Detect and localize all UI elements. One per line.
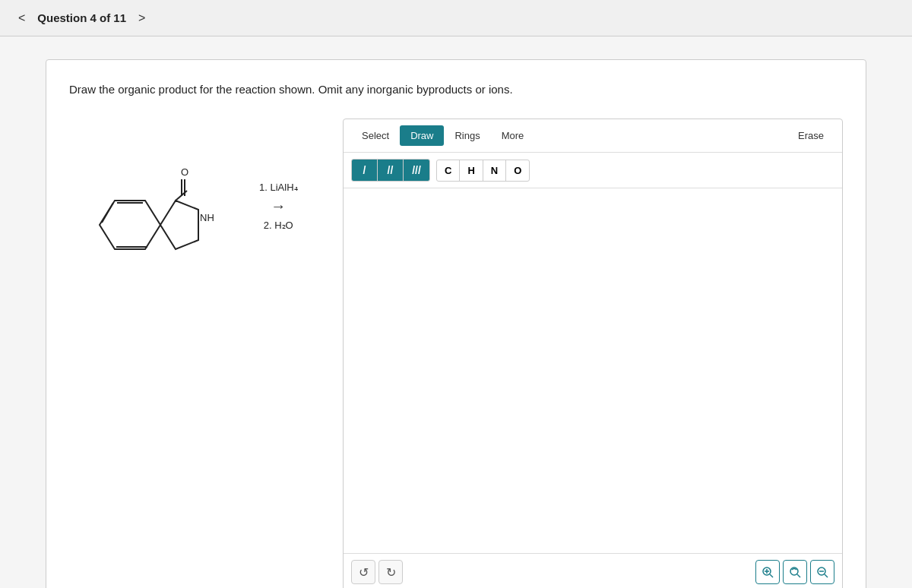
hydrogen-button[interactable]: H [460, 160, 483, 181]
zoom-controls [755, 560, 834, 584]
zoom-out-button[interactable] [810, 560, 834, 584]
bond-tools: / // /// [351, 159, 430, 182]
zoom-reset-icon [789, 566, 801, 578]
reaction-arrow-area: 1. LiAlH₄ → 2. H₂O [259, 182, 298, 231]
draw-toolbar: Select Draw Rings More Erase [344, 119, 842, 153]
carbon-button[interactable]: C [437, 160, 460, 181]
undo-redo-controls: ↺ ↻ [351, 560, 403, 584]
question-card: Draw the organic product for the reactio… [46, 59, 866, 588]
draw-panel: Select Draw Rings More Erase / // /// [343, 119, 843, 588]
svg-text:O: O [181, 166, 188, 178]
rings-tool-button[interactable]: Rings [444, 125, 490, 146]
svg-line-2 [102, 203, 113, 223]
molecule-structure: O NH [69, 149, 252, 270]
zoom-reset-button[interactable] [783, 560, 807, 584]
redo-button[interactable]: ↻ [378, 560, 403, 584]
question-text: Draw the organic product for the reactio… [69, 83, 843, 96]
main-content: Draw the organic product for the reactio… [0, 36, 912, 588]
single-bond-button[interactable]: / [352, 160, 378, 181]
oxygen-button[interactable]: O [506, 160, 529, 181]
question-counter: Question 4 of 11 [37, 11, 126, 24]
atom-tools: C H N O [436, 160, 530, 182]
reaction-step2: 2. H₂O [264, 220, 293, 231]
erase-button[interactable]: Erase [787, 125, 834, 146]
more-tool-button[interactable]: More [491, 125, 535, 146]
double-bond-button[interactable]: // [378, 160, 404, 181]
content-area: O NH 1. LiAlH₄ → 2. H₂O Select Draw [69, 119, 843, 588]
molecule-area: O NH 1. LiAlH₄ → 2. H₂O [69, 149, 328, 270]
nitrogen-button[interactable]: N [483, 160, 506, 181]
triple-bond-button[interactable]: /// [404, 160, 429, 181]
zoom-in-button[interactable] [755, 560, 780, 584]
reaction-arrow: → [271, 198, 286, 215]
svg-marker-0 [100, 201, 160, 249]
svg-line-15 [797, 574, 800, 577]
undo-button[interactable]: ↺ [351, 560, 375, 584]
draw-tool-button[interactable]: Draw [400, 125, 444, 146]
canvas-bottom: ↺ ↻ [344, 553, 842, 588]
top-nav: < Question 4 of 11 > [0, 0, 912, 36]
next-button[interactable]: > [132, 8, 151, 28]
select-tool-button[interactable]: Select [351, 125, 400, 146]
bond-atom-toolbar: / // /// C H N O [344, 153, 842, 188]
svg-marker-4 [160, 201, 198, 249]
zoom-out-icon [816, 566, 828, 578]
reaction-step1: 1. LiAlH₄ [259, 182, 298, 193]
draw-canvas[interactable] [344, 188, 842, 553]
prev-button[interactable]: < [12, 8, 31, 28]
svg-line-17 [825, 574, 828, 577]
zoom-in-icon [762, 566, 774, 578]
svg-text:NH: NH [200, 212, 214, 223]
svg-line-11 [770, 574, 773, 577]
